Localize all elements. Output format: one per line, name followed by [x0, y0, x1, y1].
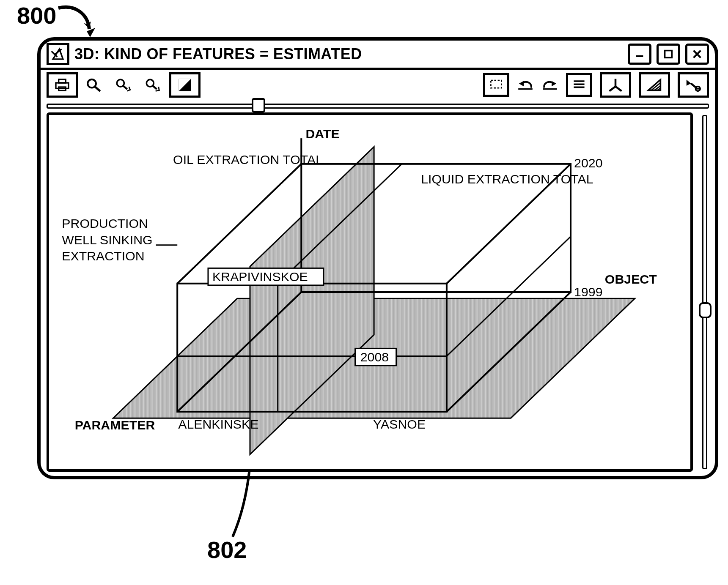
- svg-line-29: [615, 87, 621, 91]
- vertical-slider[interactable]: [697, 112, 712, 472]
- figure-number: 800: [17, 2, 56, 29]
- undo-button[interactable]: [517, 74, 534, 96]
- svg-marker-0: [87, 28, 95, 37]
- svg-marker-22: [552, 81, 556, 86]
- date-bottom: 1999: [574, 285, 602, 299]
- svg-point-13: [117, 79, 124, 87]
- svg-line-28: [610, 87, 615, 91]
- svg-line-35: [691, 83, 696, 87]
- minimize-button[interactable]: [628, 44, 651, 65]
- app-window: 3D: KIND OF FEATURES = ESTIMATED: [37, 37, 718, 479]
- param-side-3: EXTRACTION: [62, 249, 144, 263]
- slice-figure-number: 802: [207, 536, 247, 563]
- svg-marker-34: [687, 79, 691, 85]
- param-back-left: OIL EXTRACTION TOTAL: [173, 153, 323, 167]
- svg-line-14: [123, 86, 127, 89]
- object-left: ALENKINSKE: [178, 417, 258, 431]
- svg-rect-4: [636, 55, 643, 57]
- svg-point-15: [146, 79, 154, 87]
- svg-line-12: [95, 87, 100, 91]
- print-button[interactable]: [47, 72, 78, 98]
- arrow-icon: [56, 2, 99, 40]
- window-title: 3D: KIND OF FEATURES = ESTIMATED: [74, 45, 362, 63]
- svg-point-11: [88, 79, 96, 88]
- maximize-button[interactable]: [657, 44, 680, 65]
- date-slice: 2008: [360, 350, 389, 364]
- horizontal-slider[interactable]: [47, 100, 709, 110]
- reset-zoom-button[interactable]: [678, 72, 709, 98]
- lines-button[interactable]: [566, 73, 592, 97]
- zoom-in-button[interactable]: [115, 74, 132, 96]
- axis-object-label: OBJECT: [605, 272, 657, 286]
- toolbar: [41, 70, 715, 100]
- redo-button[interactable]: [541, 74, 558, 96]
- wedge-button[interactable]: [639, 72, 670, 98]
- object-slice: KRAPIVINSKOE: [212, 270, 308, 284]
- svg-rect-9: [59, 79, 66, 83]
- axis-parameter-label: PARAMETER: [75, 418, 155, 432]
- select-box-button[interactable]: [483, 73, 509, 97]
- zoom-button[interactable]: [85, 74, 102, 96]
- svg-rect-5: [665, 51, 672, 58]
- param-back-right: LIQUID EXTRACTION TOTAL: [421, 172, 593, 186]
- close-button[interactable]: [685, 44, 709, 65]
- svg-line-16: [153, 86, 157, 89]
- axis-date-label: DATE: [305, 127, 339, 141]
- param-side-1: PRODUCTION: [62, 216, 148, 230]
- svg-rect-19: [491, 80, 501, 88]
- viewport-3d[interactable]: DATE OIL EXTRACTION TOTAL 2020 LIQUID EX…: [47, 112, 693, 472]
- param-side-2: WELL SINKING: [62, 233, 152, 247]
- zoom-out-button[interactable]: [145, 74, 162, 96]
- contrast-button[interactable]: [169, 72, 201, 98]
- app-logo-icon: [47, 43, 69, 65]
- axes-button[interactable]: [600, 72, 631, 98]
- object-right: YASNOE: [373, 417, 426, 431]
- svg-marker-20: [519, 81, 524, 86]
- titlebar: 3D: KIND OF FEATURES = ESTIMATED: [41, 41, 715, 70]
- date-top: 2020: [574, 156, 602, 170]
